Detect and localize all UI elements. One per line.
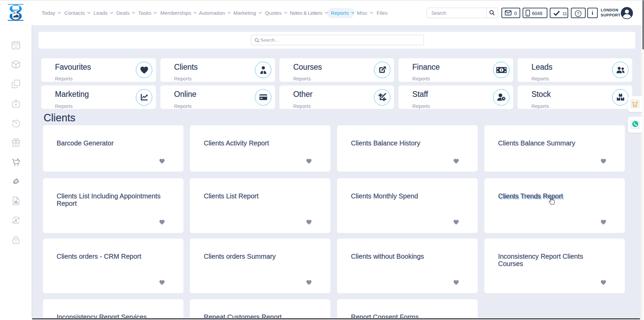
svg-text:?: ? bbox=[577, 11, 579, 16]
svg-text:1: 1 bbox=[500, 68, 502, 72]
svg-text:12: 12 bbox=[14, 45, 17, 48]
